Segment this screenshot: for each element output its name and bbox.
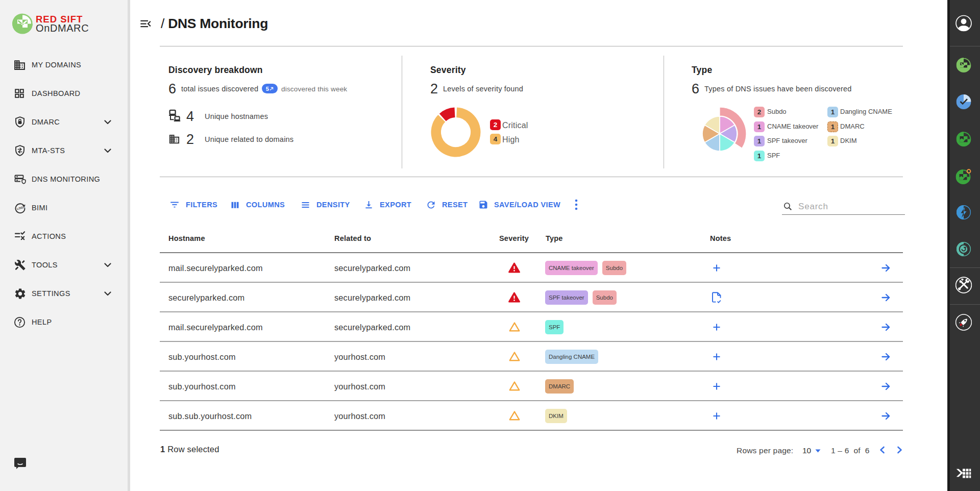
svg-text:LOGO: LOGO <box>17 205 26 210</box>
